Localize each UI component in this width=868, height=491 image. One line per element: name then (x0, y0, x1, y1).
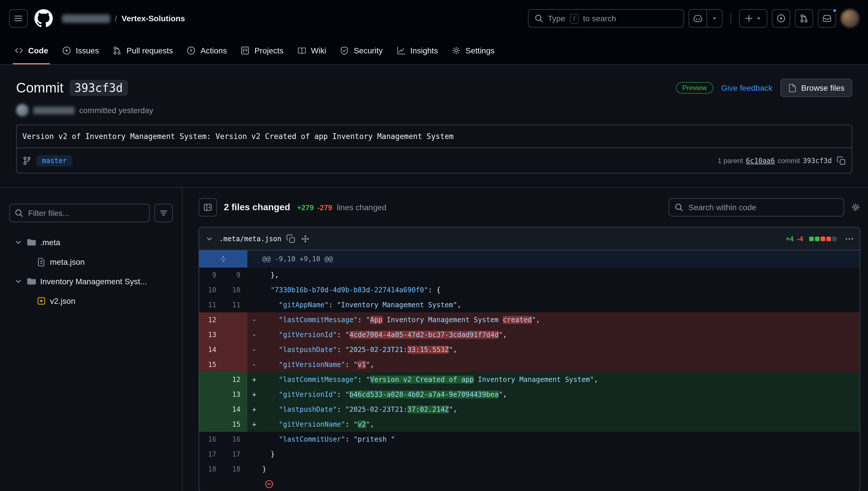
search-placeholder-pre: Type (548, 14, 565, 23)
pull-requests-dashboard-button[interactable] (795, 9, 813, 28)
new-line-number[interactable]: 18 (223, 462, 247, 476)
parent-sha-link[interactable]: 6c10aa6 (746, 156, 775, 165)
redacted-owner-name[interactable] (62, 14, 110, 23)
preview-badge: Preview (676, 82, 713, 94)
committer-avatar[interactable] (16, 104, 29, 117)
hamburger-menu-button[interactable] (9, 9, 28, 28)
copilot-icon (693, 14, 702, 23)
new-line-number[interactable]: 14 (223, 402, 247, 417)
old-line-number[interactable]: 18 (199, 462, 223, 476)
tab-actions[interactable]: Actions (182, 37, 232, 64)
gear-icon (452, 46, 461, 55)
tab-issues[interactable]: Issues (57, 37, 104, 64)
diff-sign (247, 432, 261, 447)
diff-row-context: 1818} (199, 462, 859, 476)
copilot-dropdown[interactable] (707, 10, 722, 27)
code-line: "gitVersionId": "b46cd533-a028-4b02-a7a4… (261, 387, 859, 402)
diff-sign (247, 297, 261, 312)
old-line-number[interactable]: 15 (199, 357, 223, 372)
github-logo-icon[interactable] (34, 9, 53, 28)
old-line-number[interactable]: 9 (199, 268, 223, 283)
file-path[interactable]: .meta/meta.json (219, 235, 281, 242)
file-diff-header: .meta/meta.json +4 -4 (199, 227, 859, 250)
parent-commit-info: 1 parent 6c10aa6 commit 393cf3d (718, 156, 846, 165)
sidebar-collapse-icon (203, 203, 212, 212)
top-header: / Vertex-Solutions Type / to search (0, 0, 868, 37)
new-line-number[interactable] (223, 342, 247, 357)
diff-row-del: 14- "lastpushDate": "2025-02-23T21:33:15… (199, 342, 859, 357)
expand-hunk-button[interactable] (199, 250, 247, 268)
file-filter-button[interactable] (154, 204, 173, 222)
file-diff-icon (37, 257, 46, 266)
old-line-number[interactable]: 14 (199, 342, 223, 357)
file-diff-card: .meta/meta.json +4 -4 (198, 227, 860, 491)
code-line: "gitVersionName": "v1", (261, 357, 859, 372)
issue-opened-icon (776, 14, 785, 23)
give-feedback-link[interactable]: Give feedback (721, 83, 772, 92)
tab-code[interactable]: Code (9, 37, 53, 64)
old-line-number[interactable] (199, 402, 223, 417)
new-line-number[interactable]: 16 (223, 432, 247, 447)
new-line-number[interactable] (223, 357, 247, 372)
old-line-number[interactable] (199, 372, 223, 387)
kebab-menu-icon[interactable] (844, 234, 854, 243)
diff-settings-gear-icon[interactable] (851, 203, 860, 212)
old-line-number[interactable] (199, 417, 223, 432)
old-line-number[interactable]: 10 (199, 283, 223, 297)
copy-sha-icon[interactable] (836, 156, 846, 165)
tab-insights[interactable]: Insights (392, 37, 443, 64)
git-pull-request-icon (113, 46, 122, 55)
inbox-button[interactable] (817, 9, 836, 28)
old-line-number[interactable]: 16 (199, 432, 223, 447)
copilot-button[interactable] (688, 9, 722, 28)
search-within-code-input[interactable] (668, 198, 844, 216)
code-line: "lastCommitUser": "pritesh " (261, 432, 859, 447)
tree-folder-inventory[interactable]: Inventory Management Syst... (9, 271, 173, 291)
tab-projects[interactable]: Projects (236, 37, 289, 64)
play-circle-icon (187, 46, 196, 55)
new-line-number[interactable]: 11 (223, 297, 247, 312)
breadcrumb-repo-link[interactable]: Vertex-Solutions (122, 14, 185, 23)
new-line-number[interactable]: 15 (223, 417, 247, 432)
tab-security[interactable]: Security (335, 37, 388, 64)
create-new-button[interactable] (739, 9, 767, 28)
new-line-number[interactable]: 10 (223, 283, 247, 297)
new-line-number[interactable]: 12 (223, 372, 247, 387)
old-line-number[interactable]: 12 (199, 312, 223, 327)
redacted-committer-name[interactable] (33, 107, 74, 114)
old-line-number[interactable]: 11 (199, 297, 223, 312)
copy-path-icon[interactable] (287, 234, 296, 243)
filter-files-input[interactable] (9, 204, 150, 222)
diff-pane: 2 files changed +279 -279 lines changed (183, 188, 868, 491)
new-line-number[interactable]: 17 (223, 447, 247, 462)
user-avatar[interactable] (840, 9, 859, 28)
old-line-number[interactable] (199, 387, 223, 402)
diff-sign: + (247, 372, 261, 387)
new-line-number[interactable] (223, 312, 247, 327)
old-line-number[interactable]: 17 (199, 447, 223, 462)
new-line-number[interactable]: 9 (223, 268, 247, 283)
global-search-button[interactable]: Type / to search (528, 9, 684, 28)
tree-file-meta-json[interactable]: meta.json (9, 252, 173, 271)
github-commit-page: / Vertex-Solutions Type / to search (0, 0, 868, 491)
tab-wiki[interactable]: Wiki (292, 37, 332, 64)
new-line-number[interactable] (223, 327, 247, 342)
tab-settings[interactable]: Settings (446, 37, 500, 64)
toggle-file-tree-button[interactable] (198, 198, 217, 216)
tree-file-v2-json[interactable]: v2.json (9, 291, 173, 311)
move-icon[interactable] (301, 234, 310, 243)
old-line-number[interactable]: 13 (199, 327, 223, 342)
collapse-file-chevron-icon[interactable] (205, 234, 214, 243)
diffstat-square-add (809, 236, 813, 241)
issue-opened-icon (62, 46, 71, 55)
code-icon (14, 46, 24, 55)
issues-dashboard-button[interactable] (772, 9, 790, 28)
diff-sign (247, 283, 261, 297)
page-title: Commit 393cf3d (16, 80, 128, 96)
tab-pull-requests[interactable]: Pull requests (107, 37, 178, 64)
branch-label[interactable]: master (36, 155, 72, 166)
code-line: "gitVersionId": "4cde7004-4a05-47d2-bc37… (261, 327, 859, 342)
new-line-number[interactable]: 13 (223, 387, 247, 402)
browse-files-button[interactable]: Browse files (780, 79, 852, 97)
tree-folder-meta[interactable]: .meta (9, 233, 173, 252)
